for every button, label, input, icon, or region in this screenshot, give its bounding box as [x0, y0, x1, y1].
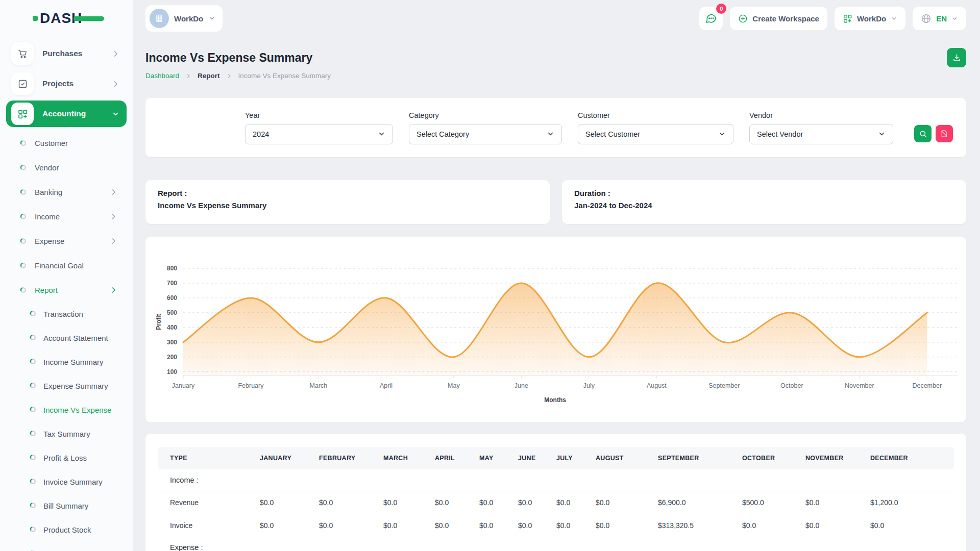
sidebar-item-accounting[interactable]: Accounting — [6, 101, 127, 127]
svg-text:100: 100 — [167, 368, 177, 375]
donut-bullet-icon — [30, 454, 36, 461]
vendor-select[interactable]: Select Vendor — [749, 124, 893, 144]
report-card-value: Income Vs Expense Summary — [158, 201, 537, 210]
chevron-down-icon — [208, 15, 215, 22]
sidebar-item-invoice-summary[interactable]: Invoice Summary — [0, 470, 133, 494]
breadcrumb-current: Income Vs Expense Summary — [238, 72, 331, 80]
sidebar-item-expense[interactable]: Expense — [0, 229, 133, 253]
language-selector[interactable]: EN — [913, 7, 966, 30]
download-button[interactable] — [947, 48, 966, 67]
category-label: Category — [409, 111, 562, 119]
page-title: Income Vs Expense Summary — [145, 51, 312, 65]
sidebar-item-label: Report — [35, 286, 58, 294]
sidebar-item-bill-summary[interactable]: Bill Summary — [0, 494, 133, 518]
plus-circle-icon — [738, 14, 748, 23]
year-field: Year 2024 — [245, 111, 393, 144]
download-icon — [952, 53, 962, 63]
sidebar-item-income-summary[interactable]: Income Summary — [0, 350, 133, 374]
language-label: EN — [936, 14, 947, 23]
year-label: Year — [245, 111, 393, 119]
messages-button[interactable]: 0 — [699, 7, 723, 30]
duration-card-value: Jan-2024 to Dec-2024 — [574, 201, 954, 210]
sidebar-item-label: Transaction — [43, 310, 83, 318]
sidebar-item-label: Profit & Loss — [43, 454, 87, 462]
table-cell: $0.0 — [319, 514, 383, 537]
search-button[interactable] — [914, 125, 932, 142]
sidebar-item-purchases[interactable]: Purchases — [6, 40, 127, 67]
sidebar-item-expense-summary[interactable]: Expense Summary — [0, 374, 133, 398]
donut-bullet-icon — [30, 358, 36, 365]
category-field: Category Select Category — [409, 111, 562, 144]
table-cell: $0.0 — [805, 491, 870, 514]
sidebar-nav: Purchases Projects Accounting Customer V… — [0, 40, 133, 551]
check-square-icon — [17, 79, 28, 89]
summary-cards: Report : Income Vs Expense Summary Durat… — [145, 180, 966, 224]
svg-text:December: December — [912, 382, 942, 389]
sidebar-item-income[interactable]: Income — [0, 204, 133, 229]
donut-bullet-icon — [20, 262, 27, 269]
svg-text:February: February — [238, 382, 264, 389]
svg-text:500: 500 — [167, 309, 177, 316]
reset-button[interactable] — [936, 125, 953, 142]
chevron-right-icon — [112, 50, 119, 58]
chevron-right-icon — [110, 286, 117, 294]
svg-text:200: 200 — [167, 354, 177, 361]
table-cell: $0.0 — [805, 514, 870, 537]
sidebar-item-banking[interactable]: Banking — [0, 180, 133, 204]
svg-text:June: June — [514, 382, 528, 389]
sidebar-item-account-statement[interactable]: Account Statement — [0, 326, 133, 350]
chevron-down-icon — [951, 15, 958, 22]
file-slash-icon — [940, 130, 948, 138]
table-cell: $0.0 — [556, 514, 596, 537]
duration-card: Duration : Jan-2024 to Dec-2024 — [562, 180, 966, 224]
svg-text:600: 600 — [167, 294, 177, 302]
sidebar-item-vendor[interactable]: Vendor — [0, 155, 133, 180]
year-select[interactable]: 2024 — [245, 124, 393, 144]
chevron-down-icon — [718, 130, 726, 138]
chevron-down-icon — [878, 130, 886, 138]
globe-icon — [921, 13, 932, 24]
table-cell: $0.0 — [435, 514, 479, 537]
workspace-selector[interactable]: WorkDo — [145, 5, 223, 32]
app-logo[interactable]: DASH — [0, 0, 133, 37]
sidebar-item-product-stock[interactable]: Product Stock — [0, 518, 133, 542]
main-content: WorkDo 0 Create Workspace WorkDo EN — [133, 0, 980, 551]
table-cell: $0.0 — [383, 491, 435, 514]
sidebar-item-financial-goal[interactable]: Financial Goal — [0, 253, 133, 278]
svg-text:October: October — [780, 382, 803, 389]
create-workspace-button[interactable]: Create Workspace — [730, 7, 827, 30]
sidebar-item-income-vs-expense[interactable]: Income Vs Expense — [0, 398, 133, 422]
column-header-august: AUGUST — [596, 447, 658, 469]
sidebar-item-label: Accounting — [42, 109, 86, 118]
sidebar-item-customer[interactable]: Customer — [0, 131, 133, 155]
column-header-november: NOVEMBER — [805, 447, 870, 469]
category-select[interactable]: Select Category — [409, 124, 562, 144]
donut-bullet-icon — [30, 406, 36, 413]
sidebar-item-profit-loss[interactable]: Profit & Loss — [0, 446, 133, 470]
column-header-july: JULY — [556, 447, 596, 469]
sidebar-item-transaction[interactable]: Transaction — [0, 302, 133, 326]
breadcrumb: Dashboard Report Income Vs Expense Summa… — [145, 72, 966, 80]
sidebar-item-label: Product Stock — [43, 525, 91, 534]
breadcrumb-dashboard[interactable]: Dashboard — [145, 72, 179, 80]
chevron-down-icon — [547, 130, 554, 138]
filter-actions — [914, 125, 953, 142]
sidebar-item-label: Banking — [35, 188, 62, 196]
sidebar-item-cash-flow[interactable]: Cash Flow — [0, 542, 133, 551]
table-cell: $0.0 — [479, 491, 518, 514]
svg-text:November: November — [845, 382, 874, 389]
breadcrumb-report[interactable]: Report — [198, 72, 220, 80]
column-header-december: DECEMBER — [870, 447, 954, 469]
table-cell: $500.0 — [742, 491, 805, 514]
sidebar-item-label: Purchases — [42, 49, 82, 58]
vendor-label: Vendor — [749, 111, 893, 119]
donut-bullet-icon — [30, 478, 36, 485]
sidebar-item-report[interactable]: Report — [0, 278, 133, 302]
chat-bubble-icon — [705, 12, 717, 24]
donut-bullet-icon — [20, 140, 27, 146]
sidebar-item-projects[interactable]: Projects — [6, 70, 127, 97]
workspace-dropdown[interactable]: WorkDo — [835, 7, 905, 30]
sidebar-item-tax-summary[interactable]: Tax Summary — [0, 422, 133, 446]
customer-select[interactable]: Select Customer — [578, 124, 733, 144]
table-header-row: TYPEJANUARYFEBRUARYMARCHAPRILMAYJUNEJULY… — [158, 447, 954, 469]
